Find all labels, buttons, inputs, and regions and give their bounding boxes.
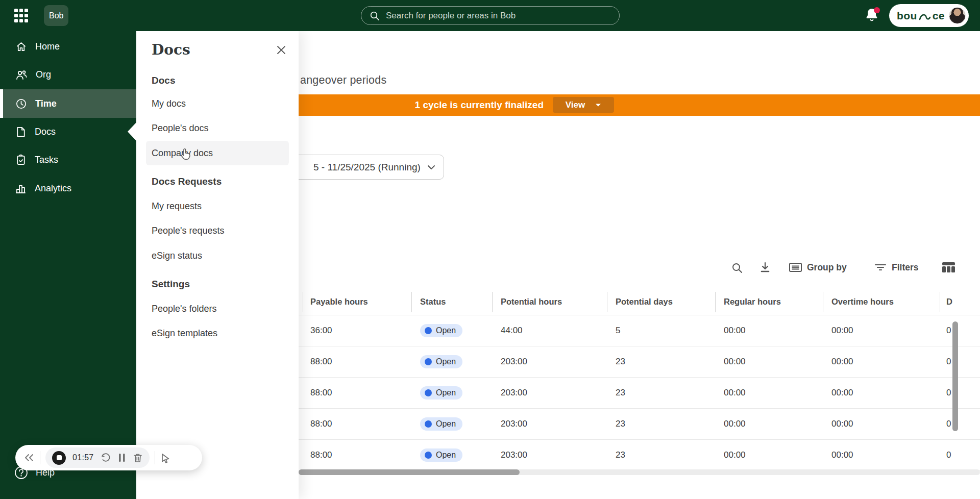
cell-status: Open	[411, 315, 492, 346]
cell-potential-days: 23	[607, 378, 715, 408]
panel-section-settings: Settings	[152, 279, 190, 290]
sidebar-item-time[interactable]: Time	[0, 89, 136, 118]
panel-item-esign-status[interactable]: eSign status	[146, 243, 289, 268]
column-header-truncated[interactable]: D	[940, 289, 980, 315]
table-header-row: Payable hours Status Potential hours Pot…	[299, 289, 980, 315]
panel-item-my-docs[interactable]: My docs	[146, 91, 289, 116]
sidebar-item-org[interactable]: Org	[0, 61, 136, 89]
horizontal-scrollbar-thumb[interactable]	[299, 469, 520, 475]
table-row[interactable]: 88:00 Open 203:00 23 00:00 00:00 0	[299, 409, 980, 440]
restart-icon	[101, 453, 111, 463]
panel-item-company-docs[interactable]: Company docs	[146, 141, 289, 165]
global-search[interactable]	[361, 6, 620, 25]
sidebar-item-docs[interactable]: Docs	[0, 118, 136, 146]
table-row[interactable]: 88:00 Open 203:00 23 00:00 00:00 0	[299, 378, 980, 409]
column-header-potential-days[interactable]: Potential days	[607, 289, 715, 315]
status-label: Open	[436, 388, 456, 397]
org-people-icon	[15, 69, 28, 81]
cell-truncated: 0	[940, 346, 980, 377]
status-label: Open	[436, 451, 456, 460]
table-row[interactable]: 36:00 Open 44:00 5 00:00 00:00 0	[299, 315, 980, 346]
status-dot	[425, 327, 432, 334]
pause-recording-button[interactable]	[118, 453, 126, 463]
search-icon	[370, 11, 380, 21]
group-by-button[interactable]: Group by	[789, 261, 847, 273]
panel-item-peoples-folders[interactable]: People's folders	[146, 296, 289, 321]
pay-cycle-select[interactable]: 5 - 11/25/2025 (Running)	[293, 155, 444, 180]
cell-overtime-hours: 00:00	[823, 346, 940, 377]
cell-regular-hours: 00:00	[715, 315, 823, 346]
close-icon[interactable]	[275, 44, 287, 57]
sidebar-nav: Home Org Time Docs Tasks Analytics	[0, 31, 136, 499]
restart-recording-button[interactable]	[101, 453, 111, 463]
panel-item-esign-templates[interactable]: eSign templates	[146, 321, 289, 345]
pointer-tool-button[interactable]	[160, 453, 170, 463]
filters-icon	[874, 262, 887, 273]
home-icon	[15, 41, 27, 53]
cell-potential-days: 5	[607, 315, 715, 346]
view-dropdown-button[interactable]: View	[553, 97, 614, 113]
notification-badge	[874, 7, 880, 13]
search-input[interactable]	[386, 11, 611, 21]
sidebar-item-label: Org	[36, 69, 51, 80]
sidebar-item-tasks[interactable]: Tasks	[0, 146, 136, 174]
divider	[155, 451, 155, 464]
cell-regular-hours: 00:00	[715, 378, 823, 408]
pay-cycle-value: 5 - 11/25/2025 (Running)	[313, 162, 427, 173]
horizontal-scrollbar[interactable]	[299, 469, 980, 475]
status-badge: Open	[420, 355, 462, 368]
top-bar: Bob bou ce	[0, 0, 980, 31]
columns-settings-button[interactable]	[941, 260, 957, 275]
panel-item-peoples-requests[interactable]: People's requests	[146, 218, 289, 243]
download-button[interactable]	[759, 261, 771, 273]
table-body: 36:00 Open 44:00 5 00:00 00:00 0 88:00 O…	[299, 315, 980, 471]
notifications-button[interactable]	[865, 7, 881, 23]
account-menu[interactable]: bou ce	[889, 4, 969, 27]
sidebar-item-analytics[interactable]: Analytics	[0, 174, 136, 203]
cell-payable-hours: 88:00	[299, 378, 411, 408]
cell-status: Open	[411, 346, 492, 377]
column-header-status[interactable]: Status	[411, 289, 492, 315]
panel-item-peoples-docs[interactable]: People's docs	[146, 116, 289, 140]
delete-recording-button[interactable]	[133, 453, 143, 463]
collapse-chevrons-icon[interactable]	[23, 453, 35, 462]
table-row[interactable]: 88:00 Open 203:00 23 00:00 00:00 0	[299, 440, 980, 471]
status-badge: Open	[420, 324, 462, 337]
status-badge: Open	[420, 386, 462, 400]
app-launcher-button[interactable]	[14, 9, 28, 22]
vertical-scrollbar-thumb[interactable]	[952, 321, 958, 431]
sidebar-item-home[interactable]: Home	[0, 33, 136, 61]
product-switcher-bob[interactable]: Bob	[44, 5, 68, 26]
sidebar-item-label: Analytics	[35, 183, 71, 194]
filters-button[interactable]: Filters	[874, 262, 919, 273]
banner-message: 1 cycle is currently finalized	[408, 94, 544, 116]
cell-payable-hours: 88:00	[299, 346, 411, 377]
search-icon	[731, 262, 743, 274]
status-label: Open	[436, 326, 456, 335]
stop-recording-button[interactable]	[52, 451, 66, 465]
cell-status: Open	[411, 409, 492, 439]
user-avatar[interactable]	[949, 7, 966, 24]
panel-pointer	[128, 122, 136, 141]
recorder-controls: 01:57	[45, 447, 150, 468]
tasks-clipboard-icon	[15, 154, 27, 166]
column-header-payable-hours[interactable]: Payable hours	[299, 289, 411, 315]
status-label: Open	[436, 419, 456, 429]
caret-down-icon	[595, 103, 601, 107]
view-button-label: View	[566, 100, 585, 110]
table-row[interactable]: 88:00 Open 203:00 23 00:00 00:00 0	[299, 346, 980, 378]
cell-potential-days: 23	[607, 409, 715, 439]
cell-potential-days: 23	[607, 440, 715, 470]
table-columns-icon	[941, 260, 957, 275]
cell-potential-hours: 203:00	[492, 440, 607, 470]
cell-payable-hours: 88:00	[299, 440, 411, 470]
column-header-regular-hours[interactable]: Regular hours	[715, 289, 823, 315]
column-header-overtime-hours[interactable]: Overtime hours	[823, 289, 940, 315]
column-header-potential-hours[interactable]: Potential hours	[492, 289, 607, 315]
panel-section-docs-requests: Docs Requests	[152, 176, 222, 187]
chevron-down-icon	[427, 165, 435, 170]
panel-item-my-requests[interactable]: My requests	[146, 194, 289, 218]
status-badge: Open	[420, 448, 462, 462]
status-badge: Open	[420, 417, 462, 431]
table-search-button[interactable]	[731, 262, 743, 274]
